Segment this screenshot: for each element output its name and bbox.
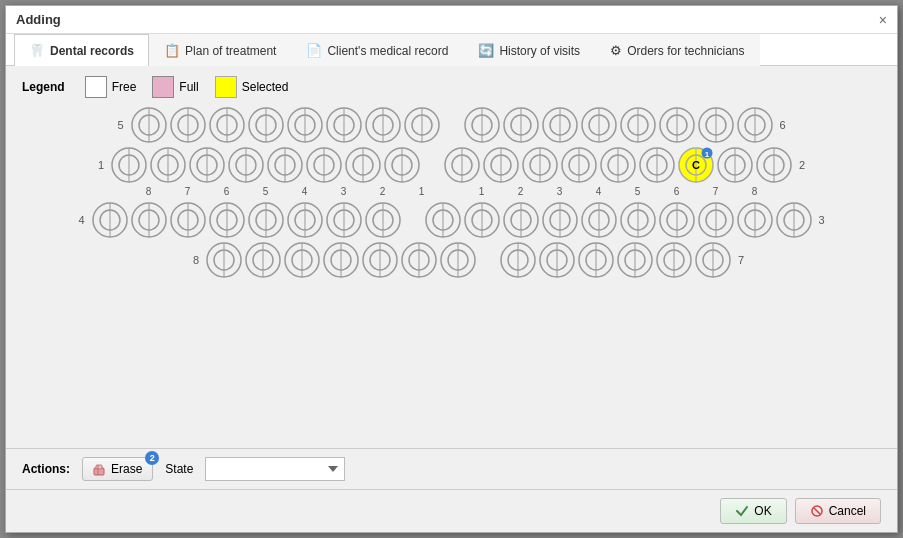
tooth[interactable] xyxy=(697,106,735,144)
svg-text:1: 1 xyxy=(705,150,710,159)
tooth[interactable] xyxy=(286,201,324,239)
tab-orders[interactable]: ⚙ Orders for technicians xyxy=(595,34,759,66)
tooth[interactable] xyxy=(130,201,168,239)
tooth[interactable] xyxy=(697,201,735,239)
tooth[interactable] xyxy=(325,201,363,239)
tooth[interactable] xyxy=(247,201,285,239)
tooth[interactable] xyxy=(322,241,360,279)
tooth[interactable] xyxy=(619,201,657,239)
tooth[interactable] xyxy=(541,201,579,239)
tooth[interactable] xyxy=(305,146,343,184)
footer-bar: OK Cancel xyxy=(6,489,897,532)
tooth[interactable] xyxy=(364,106,402,144)
tooth[interactable] xyxy=(560,146,598,184)
tooth[interactable] xyxy=(283,241,321,279)
tooth[interactable] xyxy=(208,106,246,144)
legend-free: Free xyxy=(85,76,137,98)
erase-badge: 2 xyxy=(145,451,159,465)
tooth[interactable] xyxy=(482,146,520,184)
tooth[interactable] xyxy=(424,201,462,239)
erase-icon xyxy=(93,462,107,476)
tooth[interactable] xyxy=(616,241,654,279)
tooth[interactable] xyxy=(266,146,304,184)
tooth[interactable] xyxy=(736,201,774,239)
tooth[interactable] xyxy=(244,241,282,279)
tooth[interactable] xyxy=(694,241,732,279)
tooth[interactable] xyxy=(439,241,477,279)
svg-line-199 xyxy=(814,508,820,514)
close-button[interactable]: × xyxy=(879,13,887,27)
tooth[interactable] xyxy=(443,146,481,184)
cancel-button[interactable]: Cancel xyxy=(795,498,881,524)
tooth[interactable] xyxy=(227,146,265,184)
dental-icon: 🦷 xyxy=(29,43,45,58)
tooth[interactable] xyxy=(364,201,402,239)
tooth[interactable] xyxy=(169,106,207,144)
tooth[interactable] xyxy=(463,106,501,144)
legend-full: Full xyxy=(152,76,198,98)
lower-arch-bottom: 8 7 xyxy=(154,241,749,279)
tab-history[interactable]: 🔄 History of visits xyxy=(463,34,595,66)
tooth[interactable] xyxy=(208,201,246,239)
tooth[interactable] xyxy=(502,106,540,144)
tooth[interactable] xyxy=(344,146,382,184)
tooth[interactable] xyxy=(149,146,187,184)
main-content: Legend Free Full Selected 5 xyxy=(6,66,897,448)
erase-button[interactable]: Erase 2 xyxy=(82,457,153,481)
tooth[interactable] xyxy=(400,241,438,279)
tooth[interactable] xyxy=(383,146,421,184)
state-select[interactable]: Option 1 Option 2 xyxy=(205,457,345,481)
actions-label: Actions: xyxy=(22,462,70,476)
ok-button[interactable]: OK xyxy=(720,498,786,524)
title-bar: Adding × xyxy=(6,6,897,34)
tooth-selected[interactable]: C 1 xyxy=(677,146,715,184)
tooth[interactable] xyxy=(736,106,774,144)
lower-left-label: 8 xyxy=(188,254,204,266)
tab-dental[interactable]: 🦷 Dental records xyxy=(14,34,149,66)
tooth[interactable] xyxy=(325,106,363,144)
medical-icon: 📄 xyxy=(306,43,322,58)
tooth[interactable] xyxy=(755,146,793,184)
tooth[interactable] xyxy=(110,146,148,184)
tab-treatment[interactable]: 📋 Plan of treatment xyxy=(149,34,291,66)
tooth[interactable] xyxy=(361,241,399,279)
tooth[interactable] xyxy=(521,146,559,184)
tooth[interactable] xyxy=(247,106,285,144)
tooth[interactable] xyxy=(463,201,501,239)
tab-bar: 🦷 Dental records 📋 Plan of treatment 📄 C… xyxy=(6,34,897,66)
upper-arch-main: 1 C xyxy=(93,146,810,184)
tooth[interactable] xyxy=(205,241,243,279)
tooth[interactable] xyxy=(541,106,579,144)
tooth[interactable] xyxy=(655,241,693,279)
treatment-icon: 📋 xyxy=(164,43,180,58)
dialog: Adding × 🦷 Dental records 📋 Plan of trea… xyxy=(5,5,898,533)
tooth[interactable] xyxy=(716,146,754,184)
tooth[interactable] xyxy=(538,241,576,279)
tooth[interactable] xyxy=(188,146,226,184)
tooth[interactable] xyxy=(638,146,676,184)
tooth[interactable] xyxy=(599,146,637,184)
tooth[interactable] xyxy=(130,106,168,144)
tooth[interactable] xyxy=(169,201,207,239)
tooth[interactable] xyxy=(577,241,615,279)
legend-selected: Selected xyxy=(215,76,289,98)
tooth[interactable] xyxy=(775,201,813,239)
svg-text:C: C xyxy=(692,159,700,171)
tooth[interactable] xyxy=(502,201,540,239)
upper-arch-top: 5 6 xyxy=(113,106,791,144)
tooth[interactable] xyxy=(580,201,618,239)
tooth[interactable] xyxy=(658,106,696,144)
state-label: State xyxy=(165,462,193,476)
tooth[interactable] xyxy=(619,106,657,144)
tooth[interactable] xyxy=(403,106,441,144)
tooth[interactable] xyxy=(658,201,696,239)
tab-medical[interactable]: 📄 Client's medical record xyxy=(291,34,463,66)
tooth[interactable] xyxy=(91,201,129,239)
tooth[interactable] xyxy=(580,106,618,144)
cancel-icon xyxy=(810,504,824,518)
ok-icon xyxy=(735,504,749,518)
tooth[interactable] xyxy=(286,106,324,144)
upper-numbers: 8 7 6 5 4 3 2 1 1 2 3 4 5 6 7 8 xyxy=(113,186,791,197)
history-icon: 🔄 xyxy=(478,43,494,58)
tooth[interactable] xyxy=(499,241,537,279)
